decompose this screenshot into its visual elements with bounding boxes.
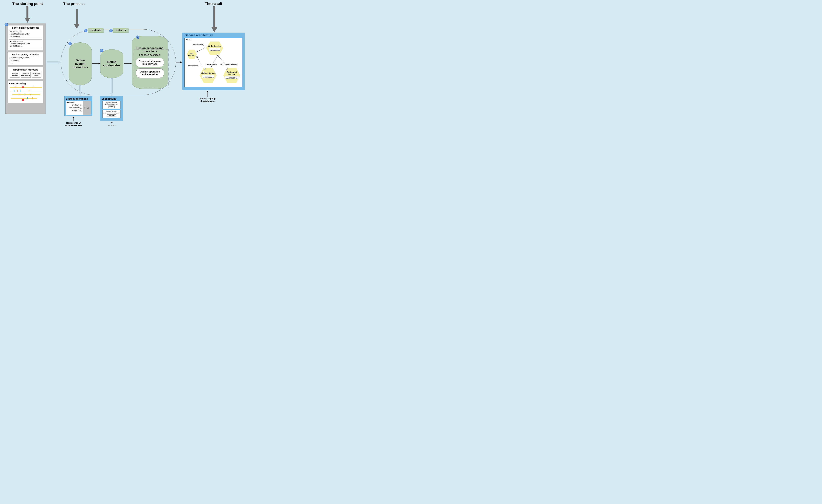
system-quality-title: System quality attributes — [9, 53, 42, 56]
arrow-starting-to-process — [47, 60, 62, 64]
badge-5: 5 — [109, 29, 113, 32]
badge-0: 0 — [5, 23, 8, 26]
for-each-operation-box — [134, 49, 168, 87]
ftgo-monolith-box: FTGO — [83, 101, 91, 115]
arrow-result-down — [212, 6, 217, 33]
order-service-label: Order Service — [208, 45, 221, 47]
badge-4: 4 — [84, 29, 87, 32]
step1-label: Define system operations — [73, 59, 88, 69]
arrow-starting-down — [24, 6, 30, 23]
entity-box: Order — [108, 105, 115, 108]
operations-list: Operations createOrder() findOrderHistor… — [66, 101, 83, 115]
hex-kitchen-service: Kitchen Service <<subdomain>> Kitchen ma… — [199, 67, 217, 83]
badge-1: 1 — [68, 42, 72, 45]
arrow-step2-step3 — [124, 63, 131, 64]
hex-restaurant-service: Restaurant Service <<subdomain>> Restaur… — [223, 67, 241, 83]
arrow-step1-down — [79, 85, 82, 96]
wireframe-row: Delivery Address Available Restaurants R… — [9, 72, 42, 78]
event-storming-block: Event storming — [8, 81, 44, 103]
story1-line2: I want to place an Order — [10, 33, 41, 35]
section-result-title: The result — [205, 2, 222, 6]
operation-item: createOrder() — [67, 104, 82, 106]
starting-column: Functional requirements As a consumer I … — [5, 23, 46, 114]
arrow-subdomains-caption — [112, 122, 112, 125]
sqa-item: • Scalability — [10, 59, 42, 62]
restaurant-subdomain-mini: <<subdomain>> Restaurant management — [225, 76, 239, 79]
wire-box: Delivery Address — [10, 72, 20, 78]
system-quality-block: System quality attributes • SLA: Reliabi… — [8, 52, 44, 66]
service-architecture-title: Service architecture — [185, 34, 242, 37]
subdomain-stereo: <<subdomain>> — [103, 110, 120, 112]
sysops-caption: Represents an external request — [60, 122, 87, 126]
functional-requirements-block: Functional requirements As a consumer I … — [8, 25, 44, 51]
sqa-list: • SLA: Reliability/Latency • Scalability… — [9, 57, 42, 64]
step2-label: Define subdomains — [103, 60, 120, 67]
wireframe-block: Wireframe/UI mockups Delivery Address Av… — [8, 67, 44, 79]
arrow-process-down — [74, 9, 80, 29]
sqa-item: • … — [10, 62, 42, 64]
functional-requirements-title: Functional requirements — [9, 26, 42, 29]
section-starting-title: The starting point — [12, 2, 43, 6]
ftgo-label: FTGO — [185, 38, 191, 41]
arrow-result-caption — [207, 91, 208, 97]
badge-2: 2 — [100, 49, 103, 52]
wire-box: Restaurant Menu — [32, 72, 41, 78]
arrow-process-result — [176, 62, 182, 62]
connector — [211, 55, 218, 68]
story1-line1: As a consumer — [10, 30, 41, 33]
section-process-title: The process — [63, 2, 85, 6]
subdomain-card: <<subdomain>> Consumer management Consum… — [102, 110, 120, 118]
service-architecture-box: Service architecture FTGO API gateway Or… — [182, 33, 245, 90]
call-create-ticket: createTicket() — [206, 63, 217, 65]
operations-header: Operations — [67, 101, 82, 103]
ftgo-canvas: FTGO API gateway Order Service <<subdoma… — [184, 38, 242, 87]
story2-line2: I want to accept an Order — [10, 42, 41, 45]
system-operations-box: System operations Operations createOrder… — [64, 96, 92, 116]
call-verify-price: verifyAndPriceItems() — [220, 63, 238, 65]
wireframe-title: Wireframe/UI mockups — [9, 68, 42, 71]
story2-line3: So that I can …. — [10, 45, 41, 47]
connector — [197, 48, 205, 52]
subdomains-box: Subdomains <<subdomain>> Order managemen… — [100, 96, 123, 121]
story2-line1: As a Restaurant — [10, 40, 41, 42]
call-create-order: createOrder() — [193, 44, 204, 46]
system-operations-title: System operations — [66, 97, 91, 100]
step-define-system-operations: Define system operations — [69, 42, 92, 85]
user-story-2: As a Restaurant I want to accept an Orde… — [9, 39, 42, 48]
subdomain-card: <<subdomain>> Order management Order — [102, 101, 120, 109]
refactor-label: Refactor — [113, 28, 129, 33]
subdomains-title: Subdomains — [101, 97, 121, 100]
api-gateway-label: API gateway — [187, 52, 197, 56]
arrow-step1-step2 — [92, 63, 100, 64]
hex-order-service: Order Service <<subdomain>> Order manage… — [206, 41, 224, 55]
event-storming-title: Event storming — [9, 82, 42, 85]
story1-line3: So that I can …. — [10, 35, 41, 37]
subdomain-name: Consumer management — [103, 112, 120, 114]
step-define-subdomains: Define subdomains — [100, 49, 123, 78]
event-storming-thumbnail — [9, 85, 42, 102]
kitchen-subdomain-mini: <<subdomain>> Kitchen management — [202, 75, 214, 78]
wire-box: Available Restaurants — [21, 72, 31, 78]
hex-api-gateway: API gateway — [186, 49, 197, 59]
entity-box: Consumer — [107, 114, 116, 117]
restaurant-service-label: Restaurant Service — [223, 71, 241, 75]
subdomain-name: Order management — [103, 103, 120, 105]
subdomain-stereo: <<subdomain>> — [103, 102, 120, 103]
user-story-1: As a consumer I want to place an Order S… — [9, 30, 42, 38]
operation-item: acceptOrder() — [67, 110, 82, 111]
call-accept-order: acceptOrder() — [188, 65, 199, 67]
result-caption: Service = group of subdomains — [194, 97, 221, 102]
evaluate-label: Evaluate — [88, 28, 104, 33]
order-subdomain-mini: <<subdomain>> Order management — [209, 48, 221, 51]
sqa-item: • SLA: Reliability/Latency — [10, 57, 42, 59]
subdomains-caption: Models a business capability — [99, 125, 125, 126]
badge-3: 3 — [136, 35, 139, 39]
arrow-sysops-caption — [73, 117, 73, 121]
operation-item: findOrderHistory() — [67, 107, 82, 109]
arrow-step2-down — [110, 78, 113, 96]
